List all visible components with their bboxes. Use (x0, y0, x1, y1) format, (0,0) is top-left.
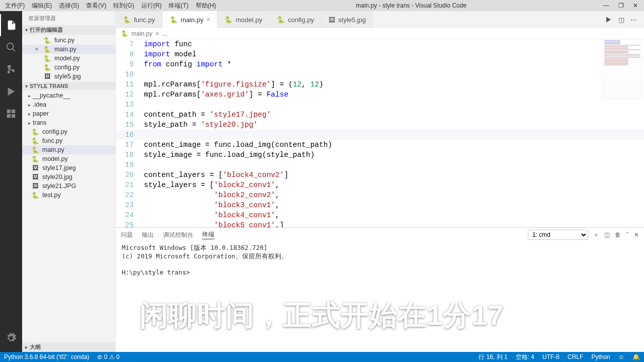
run-debug-icon[interactable] (0, 80, 22, 103)
code-line-25[interactable]: 25 'block5_conv1',] (116, 220, 644, 227)
bottom-panel: 问题输出调试控制台终端1: cmd ＋ ◫ 🗑 ˄ ✕ Microsoft Wi… (116, 227, 644, 352)
code-line-22[interactable]: 22 'block2_conv2', (116, 190, 644, 200)
code-line-24[interactable]: 24 'block4_conv1', (116, 210, 644, 220)
code-line-9[interactable]: 9from config import * (116, 59, 644, 69)
code-line-15[interactable]: 15style_path = 'style20.jpg' (116, 120, 644, 130)
outline-header[interactable]: ▸大纲 (22, 342, 115, 352)
trash-icon[interactable]: 🗑 (615, 231, 621, 238)
more-actions-icon[interactable]: ⋯ (630, 16, 637, 24)
code-line-19[interactable]: 19 (116, 160, 644, 170)
panel-tab-输出[interactable]: 输出 (142, 231, 154, 239)
new-terminal-icon[interactable]: ＋ (593, 231, 599, 239)
code-editor[interactable]: 7import func8import model9from config im… (116, 39, 644, 227)
menu-帮助(H)[interactable]: 帮助(H) (193, 1, 219, 11)
explorer-icon[interactable] (0, 14, 22, 36)
status-CRLF[interactable]: CRLF (564, 353, 587, 361)
status-空格: 4[interactable]: 空格: 4 (512, 353, 538, 361)
close-icon[interactable]: × (33, 46, 40, 53)
minimize-button[interactable]: — (603, 2, 609, 9)
status-🔔[interactable]: 🔔 (628, 353, 644, 361)
panel-tab-终端[interactable]: 终端 (202, 230, 214, 239)
status-☺[interactable]: ☺ (614, 353, 628, 361)
file-style17.jpeg[interactable]: 🖼style17.jpeg (22, 163, 115, 172)
explorer-title: 资源管理器 (22, 11, 115, 25)
open-editor-style5.jpg[interactable]: ×🖼style5.jpg (22, 72, 115, 81)
code-line-23[interactable]: 23 'block3_conv1', (116, 200, 644, 210)
code-line-12[interactable]: 12mpl.rcParams['axes.grid'] = False (116, 89, 644, 100)
menu-编辑(E)[interactable]: 编辑(E) (29, 1, 55, 11)
menu-终端(T)[interactable]: 终端(T) (166, 1, 191, 11)
file-config.py[interactable]: 🐍config.py (22, 127, 115, 136)
chevron-up-icon[interactable]: ˄ (626, 231, 629, 238)
code-line-18[interactable]: 18style_image = func.load_img(style_path… (116, 150, 644, 160)
editor-group: 🐍func.py🐍main.py×🐍model.py🐍config.py🖼sty… (116, 11, 644, 352)
file-style21.JPG[interactable]: 🖼style21.JPG (22, 182, 115, 191)
file-style20.jpg[interactable]: 🖼style20.jpg (22, 172, 115, 182)
status-Python[interactable]: Python (587, 353, 614, 361)
split-terminal-icon[interactable]: ◫ (604, 231, 610, 238)
folder-__pycache__[interactable]: ▸__pycache__ (22, 91, 115, 100)
menu-运行(R)[interactable]: 运行(R) (138, 1, 165, 11)
menu-转到(G)[interactable]: 转到(G) (110, 1, 137, 11)
activity-bar (0, 11, 22, 352)
terminal-output[interactable]: Microsoft Windows [版本 10.0.18362.720] (c… (116, 242, 644, 352)
explorer-sidebar: 资源管理器 ▾打开的编辑器 ×🐍func.py×🐍main.py×🐍model.… (22, 11, 116, 352)
file-test.py[interactable]: 🐍test.py (22, 191, 115, 200)
source-control-icon[interactable] (0, 58, 22, 80)
open-editor-main.py[interactable]: ×🐍main.py (22, 45, 115, 54)
tab-config.py[interactable]: 🐍config.py (270, 11, 321, 28)
close-icon[interactable]: × (206, 16, 210, 23)
terminal-shell-select[interactable]: 1: cmd (528, 230, 588, 240)
code-line-8[interactable]: 8import model (116, 49, 644, 59)
folder-trans[interactable]: ▸trans (22, 118, 115, 127)
menu-选择(S)[interactable]: 选择(S) (56, 1, 82, 11)
status-UTF-8[interactable]: UTF-8 (538, 353, 564, 361)
open-editors-header[interactable]: ▾打开的编辑器 (22, 25, 115, 35)
tab-main.py[interactable]: 🐍main.py× (163, 11, 218, 28)
extensions-icon[interactable] (0, 103, 22, 125)
panel-tab-问题[interactable]: 问题 (121, 231, 133, 239)
maximize-button[interactable]: ❐ (618, 2, 624, 9)
code-line-21[interactable]: 21style_layers = ['block2_conv1', (116, 180, 644, 190)
run-icon[interactable] (604, 16, 612, 24)
status-行 16, 列 1[interactable]: 行 16, 列 1 (474, 353, 511, 361)
close-panel-icon[interactable]: ✕ (634, 231, 639, 238)
title-bar: 文件(F)编辑(E)选择(S)查看(V)转到(G)运行(R)终端(T)帮助(H)… (0, 0, 644, 11)
status-python-env[interactable]: Python 3.6.8 64-bit ('tf2': conda) (0, 353, 93, 360)
breadcrumb[interactable]: 🐍 main.py > ... (116, 28, 644, 39)
code-line-16[interactable]: 16 (116, 130, 644, 140)
code-line-13[interactable]: 13 (116, 100, 644, 110)
panel-tab-调试控制台[interactable]: 调试控制台 (163, 231, 193, 239)
tab-bar: 🐍func.py🐍main.py×🐍model.py🐍config.py🖼sty… (116, 11, 644, 28)
menu-文件(F)[interactable]: 文件(F) (2, 1, 28, 11)
open-editor-model.py[interactable]: ×🐍model.py (22, 54, 115, 63)
code-line-7[interactable]: 7import func (116, 39, 644, 49)
split-editor-icon[interactable]: ◫ (618, 16, 624, 24)
code-line-10[interactable]: 10 (116, 69, 644, 79)
open-editor-func.py[interactable]: ×🐍func.py (22, 36, 115, 45)
tab-style5.jpg[interactable]: 🖼style5.jpg (321, 11, 373, 28)
close-window-button[interactable]: ✕ (633, 2, 638, 9)
status-bar: Python 3.6.8 64-bit ('tf2': conda) ⊘ 0 ⚠… (0, 352, 644, 362)
project-header[interactable]: ▾STYLE TRANS (22, 82, 115, 90)
window-title: main.py - style trans - Visual Studio Co… (219, 2, 603, 9)
open-editor-config.py[interactable]: ×🐍config.py (22, 63, 115, 72)
code-line-17[interactable]: 17content_image = func.load_img(content_… (116, 140, 644, 150)
panel-tab-bar: 问题输出调试控制台终端1: cmd ＋ ◫ 🗑 ˄ ✕ (116, 228, 644, 242)
menu-查看(V)[interactable]: 查看(V) (83, 1, 109, 11)
settings-gear-icon[interactable] (0, 327, 22, 349)
code-line-14[interactable]: 14content_path = 'style17.jpeg' (116, 110, 644, 120)
code-line-11[interactable]: 11mpl.rcParams['figure.figsize'] = (12, … (116, 79, 644, 89)
status-problems[interactable]: ⊘ 0 ⚠ 0 (93, 353, 123, 360)
tab-func.py[interactable]: 🐍func.py (116, 11, 163, 28)
code-line-20[interactable]: 20content_layers = ['block4_conv2'] (116, 170, 644, 180)
file-model.py[interactable]: 🐍model.py (22, 154, 115, 163)
menu-bar: 文件(F)编辑(E)选择(S)查看(V)转到(G)运行(R)终端(T)帮助(H) (2, 1, 219, 11)
folder-paper[interactable]: ▸paper (22, 109, 115, 118)
file-main.py[interactable]: 🐍main.py (22, 145, 115, 154)
folder-.idea[interactable]: ▸.idea (22, 100, 115, 109)
search-icon[interactable] (0, 36, 22, 58)
file-func.py[interactable]: 🐍func.py (22, 136, 115, 145)
tab-model.py[interactable]: 🐍model.py (217, 11, 270, 28)
minimap[interactable] (602, 39, 643, 100)
